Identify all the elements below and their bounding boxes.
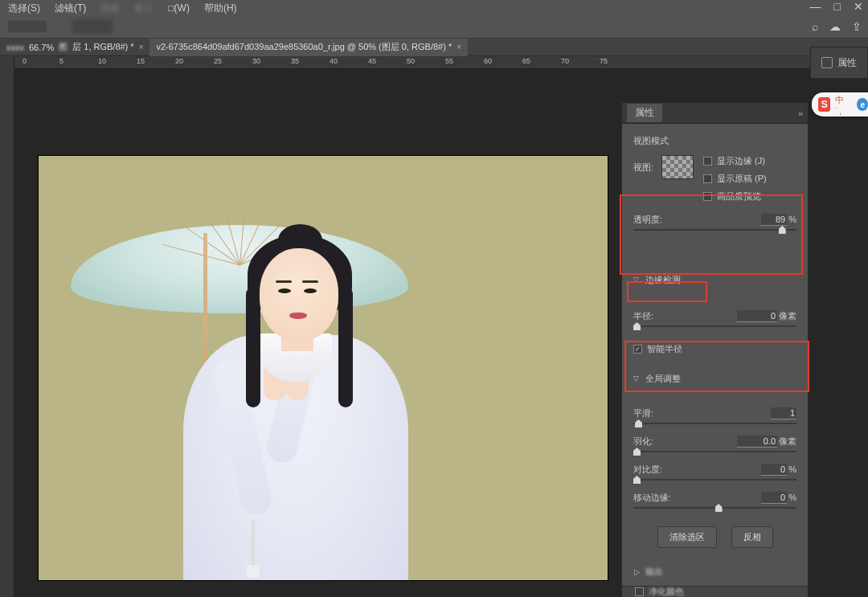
clear-selection-button[interactable]: 清除选区 <box>657 526 717 548</box>
options-bar: ⌕ ☁ ⇪ <box>0 16 868 39</box>
edge-detection-section-header[interactable]: ▽ 边缘检测 <box>633 274 796 286</box>
feather-input[interactable] <box>737 435 777 448</box>
menu-blurred-2[interactable]: 窗口 <box>134 2 154 15</box>
menu-bar: 选择(S) 滤镜(T) 视图 窗口 □(W) 帮助(H) <box>0 0 868 16</box>
smooth-input[interactable] <box>771 407 796 419</box>
ruler-tick: 50 <box>407 57 415 65</box>
ime-floating-badge[interactable]: S 中 ˙, e <box>812 92 868 117</box>
document-tab-2[interactable]: v2-6735c864d09afd67d039aa29e85360a0_r.jp… <box>149 39 468 56</box>
close-window-button[interactable]: ✕ <box>854 0 863 13</box>
ruler-tick: 25 <box>214 57 222 65</box>
collapsed-properties-tab[interactable]: 属性 <box>810 47 868 79</box>
tab2-label: v2-6735c864d09afd67d039aa29e85360a0_r.jp… <box>156 41 452 53</box>
image-content <box>143 162 416 580</box>
ruler-tick: 75 <box>600 57 608 65</box>
show-original-checkbox[interactable]: 显示原稿 (P) <box>703 173 767 185</box>
contrast-label: 对比度: <box>633 464 662 476</box>
options-blurred <box>72 19 113 34</box>
menu-select[interactable]: 选择(S) <box>8 2 40 15</box>
tab1-rest: 层 1, RGB/8#) * <box>72 41 133 53</box>
smooth-label: 平滑: <box>633 407 653 419</box>
menu-filter[interactable]: 滤镜(T) <box>55 2 86 15</box>
shift-edge-label: 移动边缘: <box>633 492 671 504</box>
menu-view[interactable]: □(W) <box>168 2 190 14</box>
feather-slider[interactable] <box>633 451 796 452</box>
tab1-close-icon[interactable]: × <box>139 43 144 51</box>
shift-edge-slider[interactable] <box>633 507 796 509</box>
ruler-tick: 15 <box>137 57 145 65</box>
document-tab-bar: xxxx 66.7% 图 层 1, RGB/8#) * × v2-6735c86… <box>0 39 868 56</box>
chevron-right-icon: ▽ <box>633 569 641 575</box>
ruler-tick: 40 <box>330 57 338 65</box>
document-tab-1[interactable]: xxxx 66.7% 图 层 1, RGB/8#) * × <box>0 39 149 56</box>
opacity-slider[interactable] <box>633 229 796 231</box>
maximize-button[interactable]: □ <box>834 0 841 13</box>
opacity-unit: % <box>788 215 796 224</box>
ruler-horizontal[interactable]: 0 5 10 15 20 25 30 35 40 45 50 55 60 65 … <box>14 56 868 69</box>
shift-edge-unit: % <box>788 493 796 502</box>
document-canvas[interactable] <box>39 156 608 580</box>
search-icon[interactable]: ⌕ <box>812 20 818 33</box>
decontaminate-colors-checkbox[interactable]: 净化颜色 <box>635 586 684 597</box>
feather-slider-row: 羽化: 像素 <box>633 435 796 452</box>
radius-input[interactable] <box>737 310 777 322</box>
ruler-tick: 35 <box>291 57 299 65</box>
shift-edge-input[interactable] <box>761 492 787 504</box>
ime-text: 中 ˙, <box>835 94 852 116</box>
tab1-blurred-name: xxxx <box>6 43 24 52</box>
sogou-icon: S <box>818 97 830 112</box>
global-adjust-section-header[interactable]: ▽ 全局调整 <box>633 373 796 385</box>
cloud-docs-icon[interactable]: ☁ <box>829 20 841 33</box>
contrast-slider[interactable] <box>633 479 796 480</box>
radius-unit: 像素 <box>779 310 796 322</box>
ruler-tick: 45 <box>368 57 376 65</box>
radius-slider-row: 半径: 像素 <box>633 310 796 327</box>
radius-label: 半径: <box>633 310 653 322</box>
contrast-input[interactable] <box>761 464 787 476</box>
ruler-tick: 20 <box>175 57 183 65</box>
ruler-vertical[interactable] <box>0 56 14 597</box>
ruler-tick: 30 <box>252 57 260 65</box>
smooth-slider[interactable] <box>633 423 796 424</box>
menu-help[interactable]: 帮助(H) <box>204 2 237 15</box>
ruler-tick: 10 <box>98 57 106 65</box>
ime-e-icon: e <box>857 98 868 111</box>
share-icon[interactable]: ⇪ <box>852 20 862 33</box>
high-quality-preview-checkbox[interactable]: 高品质预览 <box>703 190 767 202</box>
ruler-tick: 0 <box>23 57 27 65</box>
chevron-down-icon: ▽ <box>633 374 639 382</box>
tab2-close-icon[interactable]: × <box>457 43 461 51</box>
view-thumbnail-dropdown[interactable] <box>661 155 694 179</box>
minimize-button[interactable]: — <box>810 0 821 13</box>
contrast-slider-row: 对比度: % <box>633 464 796 480</box>
tool-preset-swatch[interactable] <box>6 19 48 34</box>
shift-edge-slider-row: 移动边缘: % <box>633 492 796 509</box>
ruler-tick: 5 <box>59 57 63 65</box>
invert-button[interactable]: 反相 <box>731 526 773 548</box>
properties-icon <box>821 57 833 68</box>
opacity-slider-row: 透明度: % <box>633 214 796 231</box>
feather-unit: 像素 <box>779 435 796 448</box>
ruler-tick: 55 <box>445 57 453 65</box>
show-edge-checkbox[interactable]: 显示边缘 (J) <box>703 155 767 167</box>
window-controls: — □ ✕ <box>810 0 863 13</box>
properties-panel: 属性 » 视图模式 视图: 显示边缘 (J) 显示原稿 (P) 高品质预览 透明… <box>621 103 808 597</box>
chevron-down-icon: ▽ <box>633 276 639 284</box>
workspace: 0 5 10 15 20 25 30 35 40 45 50 55 60 65 … <box>0 56 868 597</box>
contrast-unit: % <box>788 464 796 474</box>
menu-blurred-1[interactable]: 视图 <box>100 2 120 15</box>
properties-tab[interactable]: 属性 <box>627 104 662 122</box>
feather-label: 羽化: <box>633 435 653 448</box>
ruler-tick: 65 <box>522 57 530 65</box>
opacity-input[interactable] <box>761 214 787 226</box>
panel-menu-icon[interactable]: » <box>798 108 803 118</box>
opacity-label: 透明度: <box>633 214 662 226</box>
view-label: 视图: <box>633 162 653 174</box>
tab1-zoom: 66.7% <box>29 43 54 52</box>
radius-slider[interactable] <box>633 325 796 327</box>
output-section-header[interactable]: ▽ 输出 <box>633 566 796 578</box>
smart-radius-checkbox[interactable]: ✓ 智能半径 <box>633 343 796 355</box>
view-mode-label: 视图模式 <box>633 135 796 147</box>
smooth-slider-row: 平滑: <box>633 407 796 424</box>
ruler-tick: 60 <box>484 57 492 65</box>
